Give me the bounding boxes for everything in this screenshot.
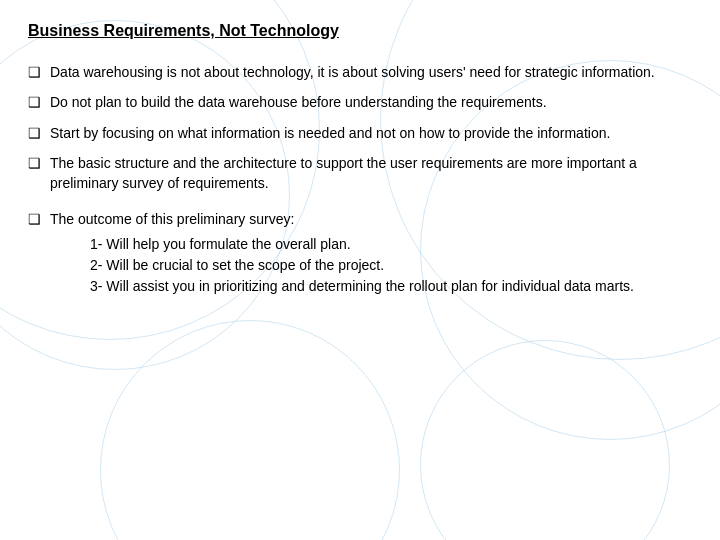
bullet-list: ❑ Data warehousing is not about technolo…: [28, 62, 692, 193]
bullet-symbol: ❑: [28, 209, 46, 229]
bullet-text-3: Start by focusing on what information is…: [50, 123, 692, 143]
main-content: Business Requirements, Not Technology ❑ …: [0, 0, 720, 317]
outcome-sub-item-3: 3- Will assist you in prioritizing and d…: [90, 276, 692, 297]
bullet-symbol: ❑: [28, 123, 46, 143]
bullet-text-4: The basic structure and the architecture…: [50, 153, 692, 194]
outcome-sub-item-1: 1- Will help you formulate the overall p…: [90, 234, 692, 255]
outcome-intro-text: The outcome of this preliminary survey:: [50, 211, 294, 227]
bullet-symbol: ❑: [28, 153, 46, 173]
outcome-sub-item-2: 2- Will be crucial to set the scope of t…: [90, 255, 692, 276]
list-item: ❑ The basic structure and the architectu…: [28, 153, 692, 194]
list-item: ❑ Do not plan to build the data warehous…: [28, 92, 692, 112]
page-title: Business Requirements, Not Technology: [28, 22, 692, 40]
outcome-intro-item: ❑ The outcome of this preliminary survey…: [28, 209, 692, 296]
bullet-text-2: Do not plan to build the data warehouse …: [50, 92, 692, 112]
bullet-text-1: Data warehousing is not about technology…: [50, 62, 692, 82]
bullet-symbol: ❑: [28, 92, 46, 112]
outcome-sub-list: 1- Will help you formulate the overall p…: [90, 234, 692, 297]
outcome-content: The outcome of this preliminary survey: …: [50, 209, 692, 296]
list-item: ❑ Start by focusing on what information …: [28, 123, 692, 143]
bullet-symbol: ❑: [28, 62, 46, 82]
outcome-section: ❑ The outcome of this preliminary survey…: [28, 209, 692, 296]
list-item: ❑ Data warehousing is not about technolo…: [28, 62, 692, 82]
